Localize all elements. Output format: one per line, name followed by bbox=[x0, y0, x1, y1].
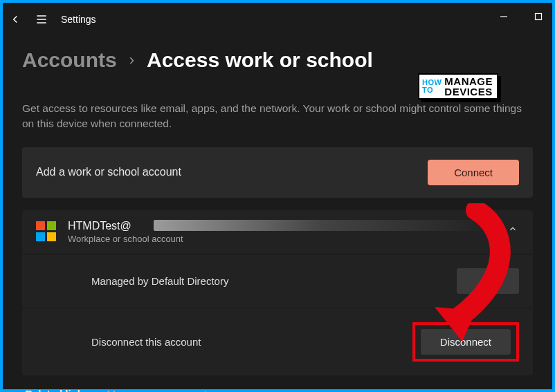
back-button[interactable] bbox=[8, 12, 22, 26]
connect-button[interactable]: Connect bbox=[428, 160, 519, 185]
disconnect-button[interactable]: Disconnect bbox=[421, 329, 511, 355]
disconnect-label: Disconnect this account bbox=[91, 336, 201, 348]
page-description: Get access to resources like email, apps… bbox=[22, 101, 533, 132]
manage-account-link[interactable]: Manage your account bbox=[107, 388, 207, 392]
disconnect-highlight: Disconnect bbox=[412, 322, 519, 362]
breadcrumb-current: Access work or school bbox=[147, 48, 373, 72]
redacted-overlay bbox=[154, 220, 491, 231]
account-header[interactable]: HTMDTest@ Workplace or school account bbox=[22, 210, 533, 254]
titlebar: Settings bbox=[3, 3, 552, 36]
svg-rect-0 bbox=[536, 14, 542, 20]
microsoft-logo-icon bbox=[36, 221, 57, 242]
disconnect-row: Disconnect this account Disconnect bbox=[22, 308, 533, 375]
chevron-up-icon bbox=[508, 224, 518, 236]
add-account-label: Add a work or school account bbox=[36, 166, 181, 178]
breadcrumb: Accounts › Access work or school bbox=[22, 48, 533, 72]
managed-by-row: Managed by Default Directory bbox=[22, 254, 533, 308]
watermark-logo: HOW TO MANAGE DEVICES bbox=[418, 73, 498, 100]
minimize-button[interactable] bbox=[494, 7, 513, 26]
managed-by-button[interactable] bbox=[457, 268, 519, 294]
window-title: Settings bbox=[61, 14, 96, 25]
related-links-label: Related links bbox=[25, 388, 89, 392]
account-subtitle: Workplace or school account bbox=[68, 234, 183, 244]
watermark-line2: DEVICES bbox=[444, 86, 493, 97]
add-account-card: Add a work or school account Connect bbox=[22, 147, 533, 198]
managed-by-label: Managed by Default Directory bbox=[91, 275, 228, 287]
breadcrumb-separator: › bbox=[129, 51, 134, 69]
settings-window: Settings Accounts › Access work or schoo… bbox=[0, 0, 555, 392]
watermark-to: TO bbox=[422, 86, 442, 94]
account-name: HTMDTest@ bbox=[68, 220, 183, 232]
related-links-row: Related links Manage your account bbox=[22, 388, 533, 392]
breadcrumb-parent[interactable]: Accounts bbox=[22, 48, 117, 72]
menu-button[interactable] bbox=[35, 12, 48, 26]
watermark-line1: MANAGE bbox=[444, 76, 493, 86]
account-block: HTMDTest@ Workplace or school account Ma… bbox=[22, 210, 533, 375]
maximize-button[interactable] bbox=[529, 7, 548, 26]
